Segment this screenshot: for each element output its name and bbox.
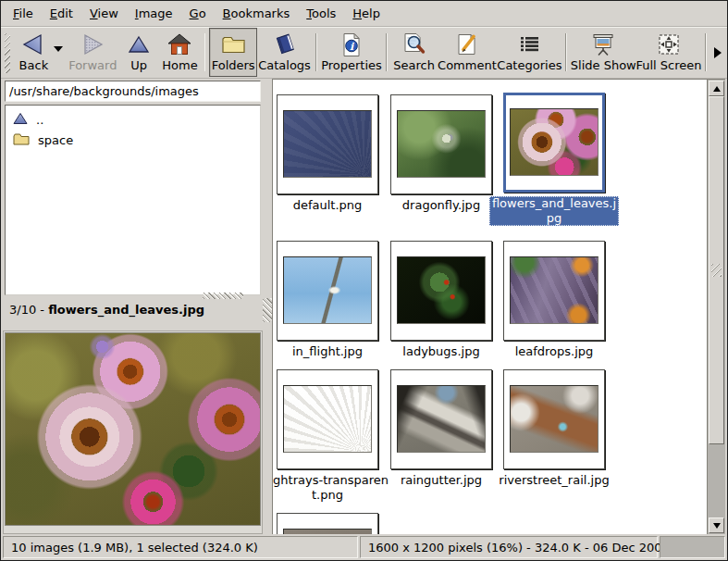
toolbar-overflow-button[interactable] — [710, 28, 725, 77]
folder-icon — [13, 132, 30, 148]
folder-icon — [221, 31, 246, 58]
folder-list[interactable]: .. space — [5, 105, 261, 295]
thumbnail-ladybugs-jpg[interactable]: ladybugs.jpg — [390, 241, 492, 359]
menu-file[interactable]: File — [5, 2, 42, 26]
thumbnail-dragonfly-jpg[interactable]: dragonfly.jpg — [390, 94, 492, 213]
info-document-icon: i — [340, 31, 363, 58]
toolbar-separator — [204, 33, 206, 71]
scroll-up-button[interactable] — [709, 81, 724, 96]
up-button[interactable]: Up — [118, 28, 159, 77]
browser-scrollbar[interactable] — [707, 80, 725, 534]
status-bar: 10 images (1.9 MB), 1 selected (324.0 K)… — [1, 534, 727, 560]
menu-go[interactable]: Go — [181, 2, 215, 26]
thumbnail-card — [277, 513, 378, 534]
thumbnail-image — [510, 108, 598, 176]
thumbnail-image — [510, 385, 598, 453]
menu-tools[interactable]: Tools — [298, 2, 344, 26]
sidebar: .. space 3/10 - flowers_and_leaves.jpg — [3, 79, 263, 534]
folders-button[interactable]: Folders — [209, 28, 257, 77]
thumbnail-card — [390, 369, 492, 469]
full-screen-button[interactable]: Full Screen — [636, 28, 702, 77]
thumbnail-label: in_flight.jpg — [272, 344, 392, 359]
forward-button[interactable]: Forward — [67, 28, 118, 77]
scroll-down-button[interactable] — [709, 517, 724, 533]
status-images-summary: 10 images (1.9 MB), 1 selected (324.0 K) — [3, 536, 358, 558]
menu-bookmarks[interactable]: Bookmarks — [215, 2, 299, 26]
thumbnail-card — [277, 94, 378, 194]
selection-position-label: 3/10 - flowers_and_leaves.jpg — [9, 303, 204, 317]
home-button[interactable]: Home — [159, 28, 201, 77]
scrollbar-thumb[interactable] — [709, 96, 724, 444]
menu-bar: File Edit View Image Go Bookmarks Tools … — [1, 1, 727, 27]
thumbnail-label: raingutter.jpg — [376, 473, 506, 488]
thumbnail-image — [510, 256, 598, 324]
thumbnail-browser[interactable]: default.png dragonfly.jpg flowers_and_le… — [272, 79, 725, 534]
preview-pane — [3, 330, 263, 534]
folder-item-space[interactable]: space — [7, 130, 258, 150]
thumbnail-raingutter-jpg[interactable]: raingutter.jpg — [390, 369, 492, 488]
toolbar-separator — [386, 33, 388, 71]
toolbar-separator — [315, 33, 317, 71]
slide-show-button[interactable]: Slide Show — [571, 28, 636, 77]
book-icon — [273, 31, 297, 58]
thumbnail-flowers-and-leaves-jpg-selected[interactable]: flowers_and_leaves.jpg — [503, 93, 605, 226]
preview-image[interactable] — [5, 332, 261, 526]
arrow-right-icon — [714, 47, 722, 58]
up-icon — [128, 31, 150, 58]
thumbnail-label: flowers_and_leaves.jpg — [489, 196, 619, 226]
thumbnail-card — [277, 369, 378, 469]
toolbar-drag-handle[interactable] — [5, 33, 10, 73]
gthumb-window: File Edit View Image Go Bookmarks Tools … — [0, 0, 728, 561]
splitter-grip[interactable] — [263, 298, 272, 322]
scrollbar-grip — [711, 264, 722, 277]
thumbnail-card — [503, 241, 605, 341]
search-icon — [402, 31, 426, 58]
comment-button[interactable]: Comment — [438, 28, 498, 77]
thumbnail-image — [283, 110, 372, 178]
categories-button[interactable]: Categories — [497, 28, 561, 77]
thumbnail-card — [503, 93, 605, 193]
back-history-dropdown[interactable] — [54, 28, 67, 77]
thumbnail-image — [283, 256, 372, 324]
thumbnail-lightrays-transparent-png[interactable]: lightrays-transparent.png — [277, 369, 378, 503]
thumbnail-image — [397, 256, 486, 324]
back-button[interactable]: Back — [13, 28, 54, 77]
thumbnail-label: riverstreet_rail.jpg — [489, 473, 619, 488]
status-resize-area — [660, 536, 725, 558]
properties-button[interactable]: i Properties — [321, 28, 382, 77]
back-icon — [21, 31, 45, 58]
catalogs-button[interactable]: Catalogs — [257, 28, 312, 77]
thumbnail-image — [283, 385, 372, 453]
thumbnail-default-png[interactable]: default.png — [277, 94, 378, 213]
fullscreen-icon — [657, 31, 681, 58]
main-area: .. space 3/10 - flowers_and_leaves.jpg — [1, 79, 727, 534]
folder-list-resize-grip[interactable] — [203, 293, 243, 299]
menu-edit[interactable]: Edit — [42, 2, 81, 26]
home-icon — [167, 31, 191, 58]
folder-item-up[interactable]: .. — [7, 109, 258, 130]
forward-icon — [80, 31, 105, 58]
up-triangle-icon — [13, 112, 28, 128]
thumbnail-label: lightrays-transparent.png — [272, 473, 392, 503]
panel-splitter[interactable] — [263, 79, 272, 534]
toolbar-separator — [565, 33, 567, 71]
projector-screen-icon — [590, 31, 616, 58]
list-icon — [518, 31, 540, 58]
menu-image[interactable]: Image — [127, 2, 181, 26]
thumbnail-label: ladybugs.jpg — [376, 344, 506, 359]
thumbnail-card — [503, 369, 605, 469]
status-image-details: 1600 x 1200 pixels (16%) - 324.0 K - 06 … — [360, 536, 658, 558]
thumbnail-leafdrops-jpg[interactable]: leafdrops.jpg — [503, 241, 605, 359]
menu-view[interactable]: View — [81, 2, 127, 26]
search-button[interactable]: Search — [391, 28, 438, 77]
thumbnail-card — [390, 241, 492, 341]
thumbnail-partial[interactable] — [277, 513, 378, 534]
thumbnail-riverstreet-rail-jpg[interactable]: riverstreet_rail.jpg — [503, 369, 605, 488]
current-file-name: flowers_and_leaves.jpg — [48, 303, 204, 317]
thumbnail-label: leafdrops.jpg — [489, 344, 619, 359]
toolbar: Back Forward Up Home Folders — [1, 27, 727, 79]
thumbnail-image — [397, 385, 486, 453]
thumbnail-in-flight-jpg[interactable]: in_flight.jpg — [277, 241, 378, 359]
menu-help[interactable]: Help — [344, 2, 389, 26]
path-input[interactable] — [5, 81, 261, 102]
